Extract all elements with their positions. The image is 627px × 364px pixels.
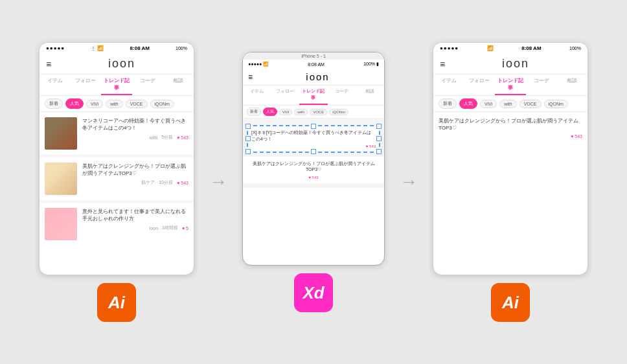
article-thumb-nails bbox=[45, 208, 77, 240]
battery-right: 100% bbox=[569, 46, 581, 51]
filter-popular-c[interactable]: 人気 bbox=[263, 108, 277, 116]
filter-new-c[interactable]: 新着 bbox=[247, 108, 261, 116]
source-3: ioon bbox=[150, 226, 158, 231]
tab-code-center[interactable]: コーデ bbox=[328, 85, 356, 105]
filter-with-r[interactable]: with bbox=[499, 100, 516, 108]
handle-tl[interactable] bbox=[245, 124, 251, 129]
article-thumb-fashion bbox=[45, 117, 77, 150]
time-2: 10分前 bbox=[159, 179, 173, 186]
selected-article-title: [X]ネキ[Y]コーデへの特効薬！今すぐ買うべき冬アイテムはこの4つ！ bbox=[251, 130, 376, 142]
center-section: iPhone 5 - 1 ●●●●● 📶 8:08 AM 100% ▮ ≡ io… bbox=[242, 52, 385, 312]
likes-1: ♥ 543 bbox=[177, 135, 188, 140]
article-content-3: 意外と見られてます！仕事まで美人になれる手元おしゃれの作り方 ioon 1時間前… bbox=[82, 208, 188, 240]
tab-bar-right: イテム フォロー トレンド記事 コーデ 相談 bbox=[433, 74, 587, 96]
article-title-1: マンネリコーアへの特効薬！今すぐ買うべき冬アイテムはこの4つ！ bbox=[82, 117, 188, 131]
article-item-2[interactable]: 美肌ケアはクレンジングから！プロが選ぶ肌が潤うアイテムTOP3♡ 肌ケア 10分… bbox=[40, 157, 194, 200]
article-title-3: 意外と見られてます！仕事まで美人になれる手元おしゃれの作り方 bbox=[82, 208, 188, 222]
arrow-left: → bbox=[209, 172, 227, 192]
filter-iqon-c[interactable]: iQONm bbox=[329, 109, 348, 115]
right-section: ●●●●● 📶 8:08 AM 100% ≡ ioon イテム フォロー トレン… bbox=[433, 42, 588, 322]
handle-ml[interactable] bbox=[245, 136, 251, 141]
tab-item-right[interactable]: イテム bbox=[433, 74, 464, 95]
nav-bar-center: ≡ ioon bbox=[243, 69, 384, 85]
filter-vivi-r[interactable]: ViVi bbox=[480, 100, 497, 108]
hamburger-icon[interactable]: ≡ bbox=[46, 59, 51, 69]
filter-vivi[interactable]: ViVi bbox=[86, 100, 103, 108]
filter-iqon-r[interactable]: iQONm bbox=[544, 100, 568, 108]
handle-br[interactable] bbox=[376, 149, 382, 154]
filter-iqon[interactable]: iQONm bbox=[150, 100, 174, 108]
center-article-2-likes: ♥ 543 bbox=[248, 176, 379, 179]
ai-label-left: Ai bbox=[108, 293, 125, 313]
tab-consult[interactable]: 相談 bbox=[163, 74, 194, 95]
signal-dots: ●●●●● bbox=[46, 45, 65, 51]
time-left: 8:08 AM bbox=[130, 45, 150, 51]
filter-popular[interactable]: 人気 bbox=[65, 98, 84, 109]
likes-right-1: ♥ 543 bbox=[571, 134, 582, 139]
handle-bl[interactable] bbox=[245, 149, 251, 154]
xd-icon: Xd bbox=[294, 273, 333, 312]
tab-code-right[interactable]: コーデ bbox=[526, 74, 557, 95]
tab-item-center[interactable]: イテム bbox=[243, 85, 271, 105]
likes-2: ♥ 543 bbox=[177, 181, 188, 185]
article-title-2: 美肌ケアはクレンジングから！プロが選ぶ肌が潤うアイテムTOP3♡ bbox=[82, 163, 188, 177]
filter-bar-center: 新着 人気 ViVi with VOCE iQONm bbox=[243, 106, 384, 119]
tab-follow[interactable]: フォロー bbox=[71, 74, 102, 95]
article-content: マンネリコーアへの特効薬！今すぐ買うべき冬アイテムはこの4つ！ with 5分前… bbox=[82, 117, 188, 150]
filter-vivi-c[interactable]: ViVi bbox=[279, 109, 292, 115]
tab-code[interactable]: コーデ bbox=[132, 74, 163, 95]
filter-popular-r[interactable]: 人気 bbox=[459, 98, 477, 109]
article-item[interactable]: マンネリコーアへの特効薬！今すぐ買うべき冬アイテムはこの4つ！ with 5分前… bbox=[40, 112, 194, 155]
center-phone: iPhone 5 - 1 ●●●●● 📶 8:08 AM 100% ▮ ≡ io… bbox=[242, 52, 385, 266]
nav-bar-right: ≡ ioon bbox=[433, 54, 587, 74]
tab-item[interactable]: イテム bbox=[40, 74, 71, 95]
tab-follow-center[interactable]: フォロー bbox=[271, 85, 300, 105]
hamburger-center[interactable]: ≡ bbox=[248, 73, 253, 82]
article-list-left: マンネリコーアへの特効薬！今すぐ買うべき冬アイテムはこの4つ！ with 5分前… bbox=[40, 112, 194, 245]
filter-bar-right: 新着 人気 ViVi with VOCE iQONm bbox=[433, 96, 587, 112]
handle-mb[interactable] bbox=[311, 149, 316, 154]
time-center: 8:08 AM bbox=[308, 62, 325, 67]
status-bar-right: ●●●●● 📶 8:08 AM 100% bbox=[433, 43, 587, 54]
article-meta-2: 肌ケア 10分前 ♥ 543 bbox=[82, 179, 188, 186]
handle-tr[interactable] bbox=[376, 124, 382, 129]
logo-center: ioon bbox=[256, 71, 379, 82]
tab-trend[interactable]: トレンド記事 bbox=[101, 74, 132, 95]
filter-with[interactable]: with bbox=[106, 100, 122, 108]
left-section: ●●●●● ⋮ 📶 8:08 AM 100% ≡ ioon イテム フォロー ト… bbox=[39, 42, 194, 322]
filter-voce-c[interactable]: VOCE bbox=[310, 109, 327, 115]
filter-new[interactable]: 新着 bbox=[45, 98, 63, 109]
tab-follow-right[interactable]: フォロー bbox=[464, 74, 496, 95]
selected-article[interactable]: [X]ネキ[Y]コーデへの特効薬！今すぐ買うべき冬アイテムはこの4つ！ ♥ 54… bbox=[247, 125, 380, 153]
filter-voce[interactable]: VOCE bbox=[126, 100, 148, 108]
handle-mt[interactable] bbox=[311, 124, 316, 129]
main-container: ●●●●● ⋮ 📶 8:08 AM 100% ≡ ioon イテム フォロー ト… bbox=[0, 0, 627, 364]
tab-trend-right[interactable]: トレンド記事 bbox=[495, 74, 526, 95]
status-bar-center: ●●●●● 📶 8:08 AM 100% ▮ bbox=[243, 60, 384, 69]
tab-consult-right[interactable]: 相談 bbox=[556, 74, 587, 95]
selected-article-likes: ♥ 543 bbox=[251, 144, 376, 148]
time-1: 5分前 bbox=[161, 134, 173, 141]
right-phone: ●●●●● 📶 8:08 AM 100% ≡ ioon イテム フォロー トレン… bbox=[433, 42, 588, 275]
source-2: 肌ケア bbox=[141, 179, 155, 186]
logo-right: ioon bbox=[450, 57, 581, 71]
article-item-3[interactable]: 意外と見られてます！仕事まで美人になれる手元おしゃれの作り方 ioon 1時間前… bbox=[40, 203, 194, 245]
source-1: with bbox=[150, 135, 157, 140]
filter-with-c[interactable]: with bbox=[294, 109, 308, 115]
tab-bar-left: イテム フォロー トレンド記事 コーデ 相談 bbox=[40, 74, 194, 96]
tab-trend-center[interactable]: トレンド記事 bbox=[299, 85, 328, 105]
logo-left: ioon bbox=[56, 57, 187, 71]
ai-label-right: Ai bbox=[502, 293, 519, 313]
filter-new-r[interactable]: 新着 bbox=[439, 98, 457, 109]
nav-bar-left: ≡ ioon bbox=[40, 54, 194, 74]
filter-voce-r[interactable]: VOCE bbox=[519, 100, 542, 108]
article-item-right-1[interactable]: 美肌ケアはクレンジングから！プロが選ぶ肌が潤うアイテムTOP3♡ ♥ 543 bbox=[433, 112, 587, 144]
handle-mr[interactable] bbox=[376, 136, 382, 141]
tab-consult-center[interactable]: 相談 bbox=[356, 85, 384, 105]
hamburger-right[interactable]: ≡ bbox=[440, 59, 445, 69]
time-3: 1時間前 bbox=[162, 225, 178, 231]
xd-label: Xd bbox=[302, 283, 324, 303]
arrow-right: → bbox=[400, 172, 418, 192]
article-thumb-skin bbox=[45, 163, 77, 195]
article-content-right-1: 美肌ケアはクレンジングから！プロが選ぶ肌が潤うアイテムTOP3♡ ♥ 543 bbox=[439, 117, 582, 139]
